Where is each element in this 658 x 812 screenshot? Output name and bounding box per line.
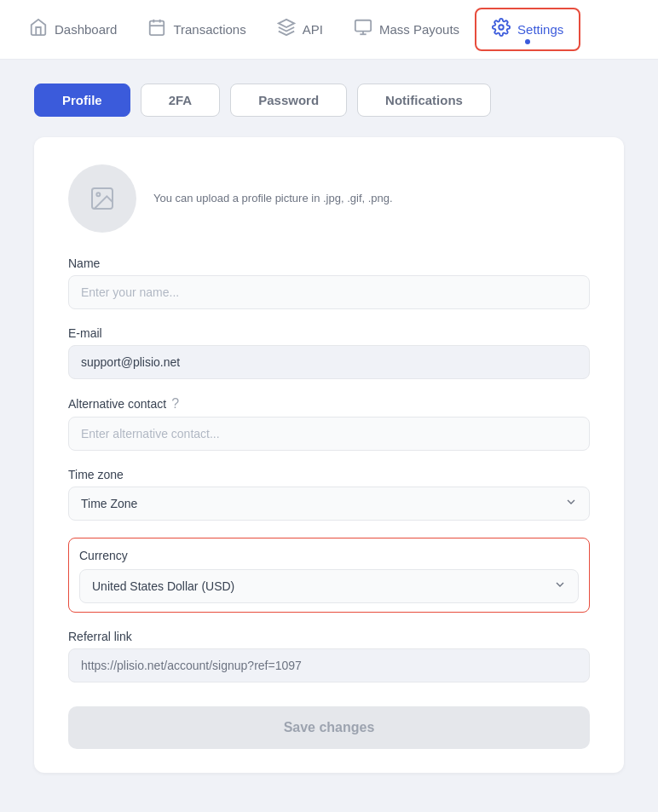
dashboard-icon xyxy=(29,18,48,41)
nav-item-transactions[interactable]: Transactions xyxy=(132,9,261,49)
nav-label-api: API xyxy=(303,22,323,37)
alt-contact-label: Alternative contact ? xyxy=(68,396,590,412)
avatar-placeholder[interactable] xyxy=(68,164,136,233)
tab-2fa[interactable]: 2FA xyxy=(141,84,221,117)
name-group: Name xyxy=(68,256,590,309)
tab-password[interactable]: Password xyxy=(230,84,347,117)
email-label: E-mail xyxy=(68,326,590,340)
currency-label: Currency xyxy=(79,549,579,562)
nav-item-settings[interactable]: Settings xyxy=(475,8,580,51)
currency-select-wrapper: United States Dollar (USD) xyxy=(79,569,579,603)
name-label: Name xyxy=(68,256,590,270)
nav-item-dashboard[interactable]: Dashboard xyxy=(14,9,132,49)
email-input[interactable] xyxy=(68,345,590,379)
main-content: Profile 2FA Password Notifications You c… xyxy=(0,60,658,797)
help-icon[interactable]: ? xyxy=(171,396,179,412)
email-group: E-mail xyxy=(68,326,590,379)
api-icon xyxy=(277,18,296,41)
timezone-select-wrapper: Time Zone xyxy=(68,487,590,521)
name-input[interactable] xyxy=(68,275,590,309)
svg-rect-0 xyxy=(150,21,164,35)
currency-group: Currency United States Dollar (USD) xyxy=(68,538,590,613)
nav-label-transactions: Transactions xyxy=(173,22,245,37)
settings-dot xyxy=(525,39,530,44)
nav-item-mass-payouts[interactable]: Mass Payouts xyxy=(338,9,475,49)
referral-input[interactable] xyxy=(68,648,590,682)
nav-label-dashboard: Dashboard xyxy=(55,22,117,37)
tab-notifications[interactable]: Notifications xyxy=(357,84,491,117)
avatar-section: You can upload a profile picture in .jpg… xyxy=(68,164,590,233)
nav-label-mass-payouts: Mass Payouts xyxy=(379,22,459,37)
svg-point-9 xyxy=(96,193,100,196)
mass-payouts-icon xyxy=(354,18,372,41)
settings-icon xyxy=(492,18,511,41)
svg-point-7 xyxy=(499,25,504,30)
referral-label: Referral link xyxy=(68,630,590,643)
timezone-select[interactable]: Time Zone xyxy=(68,487,590,521)
nav-label-settings: Settings xyxy=(517,22,563,37)
tabs-bar: Profile 2FA Password Notifications xyxy=(34,84,624,117)
transactions-icon xyxy=(147,18,166,41)
alt-contact-input[interactable] xyxy=(68,417,590,451)
currency-select[interactable]: United States Dollar (USD) xyxy=(79,569,579,603)
save-button[interactable]: Save changes xyxy=(68,706,590,749)
profile-card: You can upload a profile picture in .jpg… xyxy=(34,137,624,773)
top-navigation: Dashboard Transactions API xyxy=(0,0,658,60)
nav-item-api[interactable]: API xyxy=(262,9,338,49)
alt-contact-group: Alternative contact ? xyxy=(68,396,590,451)
avatar-hint: You can upload a profile picture in .jpg… xyxy=(153,190,393,207)
timezone-group: Time zone Time Zone xyxy=(68,468,590,521)
svg-rect-4 xyxy=(355,20,371,32)
referral-group: Referral link xyxy=(68,630,590,682)
timezone-label: Time zone xyxy=(68,468,590,481)
tab-profile[interactable]: Profile xyxy=(34,84,130,117)
